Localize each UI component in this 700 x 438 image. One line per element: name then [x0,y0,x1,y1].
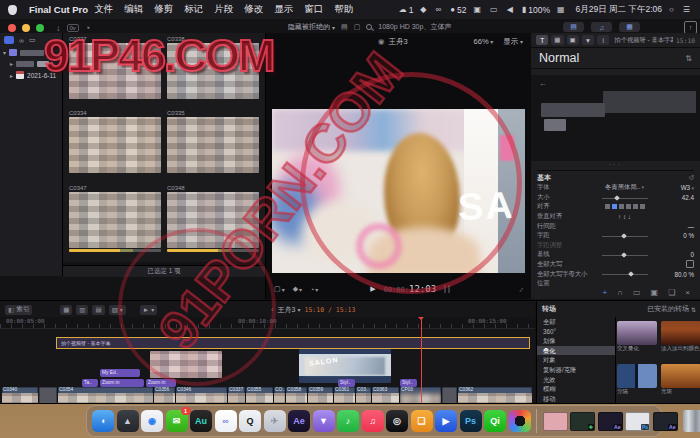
timeline-clip[interactable] [442,387,457,404]
timeline-clip[interactable]: C0361 [334,387,355,404]
timeline-clip[interactable]: C0337 [228,387,245,404]
reset-icon[interactable]: ↺ [688,174,694,182]
inspector-row[interactable]: 全部大写字母大小 80.0 % [537,269,694,279]
browser-clip[interactable]: C0334 [69,109,161,181]
status-item[interactable]: ☰ [683,5,692,14]
browser-clip[interactable]: C0338 [167,35,259,107]
status-item[interactable]: ☁1 [399,5,414,15]
effects-tool-dropdown[interactable]: ◔▾ [310,286,318,293]
link-icon[interactable]: ∞ [19,37,24,44]
keyword-editor-icon[interactable]: 0v [67,24,79,32]
inspector-row[interactable]: 对齐 [537,202,694,212]
transition-category[interactable]: 对象 [537,355,615,365]
status-item[interactable]: ▭ [490,5,500,14]
viewer-zoom-dropdown[interactable]: 66% ▾ [474,37,494,46]
dock-app-icon[interactable]: Qi [484,410,506,432]
row-value[interactable] [654,260,694,269]
audio-meter-bar-2[interactable] [448,285,450,293]
connected-title-pill[interactable]: Zoom in [100,379,144,387]
timeline-clip[interactable]: C0363 [372,387,399,404]
resize-dots[interactable]: ··· [531,161,700,168]
menu-item[interactable]: 显示 [274,3,293,16]
basic-section-header[interactable]: 基本 ↺ [537,170,694,183]
installed-transitions-dropdown[interactable]: 已安装的转场⇅ [647,304,696,314]
dock-app-icon[interactable]: Ae [288,410,310,432]
dock-app-icon[interactable]: ▲ [117,410,139,432]
row-value[interactable]: — [654,223,694,230]
clip-appearance-icon[interactable]: ▤ [341,23,348,31]
list-view-icon[interactable]: ▢ [354,23,361,31]
row-control[interactable]: ↑ ↕ ↓ [595,213,654,220]
menu-item[interactable]: 标记 [184,3,203,16]
timeline-clip[interactable]: C0356 [154,387,175,404]
row-control[interactable] [595,271,654,278]
title-preset-dropdown[interactable]: Normal [539,51,579,65]
status-item[interactable]: ▣ [474,5,484,14]
inspector-row[interactable]: 字距调整 [537,241,694,251]
playhead[interactable] [421,317,422,404]
dock-app-icon[interactable]: ◉ [141,410,163,432]
info-inspector-tab[interactable]: i [597,35,609,45]
transition-category[interactable]: 模糊 [537,384,615,394]
clip-thumbnail-censored[interactable] [167,43,259,99]
dock-app-icon[interactable]: ♪ [337,410,359,432]
inspector-row[interactable]: 字体 冬青黑体简.. W3 [537,183,694,193]
dock-app-icon[interactable] [509,410,531,432]
video-inspector-tab[interactable]: ▣ [567,35,579,45]
dock-app-icon[interactable]: ▼ [313,410,335,432]
dock-app-icon[interactable]: ♫ [362,410,384,432]
retime-tool-dropdown[interactable]: ◆▾ [293,285,302,293]
app-menu-title[interactable]: Final Cut Pro [29,4,88,15]
clip-thumbnail-censored[interactable] [167,117,259,173]
dock-app-icon[interactable]: ▶ [435,410,457,432]
status-item[interactable]: ∞ [436,5,444,14]
audio-meter-bar[interactable] [444,285,446,293]
dock-app-icon[interactable]: Q [239,410,261,432]
clip-thumbnail-censored[interactable] [69,43,161,99]
timeline-clip[interactable] [39,387,57,404]
title-inspector-tab[interactable]: ▦ [551,35,563,45]
inspector-row[interactable]: 基线 0 [537,250,694,260]
minimized-window[interactable]: ✚ [570,412,595,431]
timeline-clip[interactable]: C0340 [2,387,38,404]
connected-title-pill[interactable]: Styl.. [400,379,417,387]
import-media-icon[interactable]: ↓ [56,23,61,33]
status-item[interactable]: ▮100% [522,5,550,15]
timeline-clip[interactable]: C0362 [458,387,532,404]
library-icon[interactable] [4,36,14,44]
menu-item[interactable]: 帮助 [334,3,353,16]
connected-title-pill[interactable]: My Ed.. [100,369,140,377]
minimized-window[interactable] [543,412,568,431]
inspector-row[interactable]: 大小 42.4 [537,193,694,203]
row-value[interactable]: 42.4 [654,194,694,201]
close-panel-icon[interactable]: × [685,288,690,297]
menu-item[interactable]: 修剪 [154,3,173,16]
menu-item[interactable]: 文件 [94,3,113,16]
inspector-row[interactable]: 垂直对齐 ↑ ↕ ↓ [537,212,694,222]
row-control[interactable] [595,203,654,210]
apple-menu-icon[interactable] [8,5,17,15]
minimize-window-button[interactable] [22,24,30,32]
close-window-button[interactable] [8,24,16,32]
menu-item[interactable]: 编辑 [124,3,143,16]
row-value[interactable]: 0 % [654,232,694,239]
dock-app-icon[interactable]: ∞ [215,410,237,432]
headphones-icon[interactable]: ∩ [617,288,623,297]
duplicate-icon[interactable]: ❏ [668,288,675,297]
browser-clip[interactable]: C0337 [69,35,161,107]
transition-category[interactable]: 光效 [537,375,615,385]
dock-app-icon[interactable]: ✈ [264,410,286,432]
zoom-window-button[interactable] [36,24,44,32]
status-item[interactable]: ◀ [507,5,515,14]
minimized-window[interactable]: Ps [625,412,650,431]
row-control[interactable] [595,232,654,239]
meters-icon[interactable]: ▭ [633,288,641,297]
timeline-clip[interactable]: C0359 [308,387,333,404]
audio-inspector-tab[interactable]: ▼ [582,35,594,45]
timeline-clip[interactable]: C03.. [356,387,371,404]
status-item[interactable]: 6月29日 周二 下午2:06 [574,4,662,16]
trash-icon[interactable] [683,410,700,432]
add-icon[interactable]: + [603,288,608,297]
transition-item[interactable]: 淡入淡出到颜色 [661,321,700,360]
menu-item[interactable]: 片段 [214,3,233,16]
